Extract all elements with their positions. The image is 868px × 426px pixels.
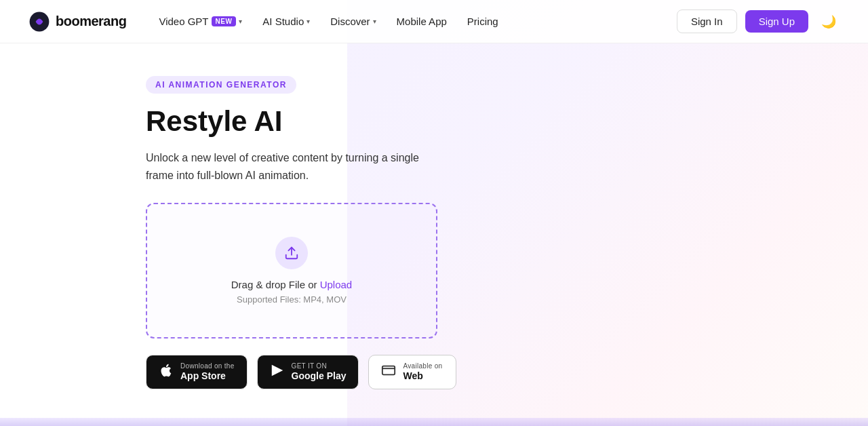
hero-title: Restyle AI [146,106,868,137]
logo-text: boomerang [56,14,126,29]
upload-dropzone[interactable]: Drag & drop File or Upload Supported Fil… [146,203,437,338]
google-play-sub: GET IT ON [292,362,347,370]
nav-item-pricing[interactable]: Pricing [459,12,507,31]
nav-item-ai-studio[interactable]: AI Studio ▾ [254,12,318,31]
signup-button[interactable]: Sign Up [745,10,808,33]
upload-link[interactable]: Upload [320,279,353,290]
signin-button[interactable]: Sign In [677,9,737,33]
app-store-sub: Download on the [180,362,235,370]
web-sub: Available on [403,362,442,370]
chevron-down-icon: ▾ [307,18,310,25]
upload-icon [284,246,299,260]
google-play-texts: GET IT ON Google Play [292,362,347,382]
web-button[interactable]: Available on Web [368,355,456,389]
footer-gradient-line [0,418,868,426]
hero-description: Unlock a new level of creative content b… [146,149,437,184]
tag-label: AI ANIMATION GENERATOR [146,76,296,94]
google-play-name: Google Play [292,370,347,382]
chevron-down-icon: ▾ [373,18,376,25]
app-store-texts: Download on the App Store [180,362,235,382]
app-store-button[interactable]: Download on the App Store [146,355,248,389]
main-content: AI ANIMATION GENERATOR Restyle AI Unlock… [0,43,868,389]
web-icon [381,363,396,382]
nav-item-video-gpt[interactable]: Video GPT NEW ▾ [151,12,250,31]
upload-icon-container [275,237,308,269]
nav-links: Video GPT NEW ▾ AI Studio ▾ Discover ▾ M… [151,12,677,31]
nav-item-mobile-app[interactable]: Mobile App [389,12,455,31]
web-texts: Available on Web [403,362,442,382]
apple-icon [159,363,174,382]
google-play-icon [270,363,285,382]
logo[interactable]: boomerang [27,9,126,34]
theme-toggle-button[interactable]: 🌙 [816,9,841,34]
nav-item-discover[interactable]: Discover ▾ [322,12,384,31]
store-buttons: Download on the App Store GET IT ON Goog… [146,355,868,389]
nav-actions: Sign In Sign Up 🌙 [677,9,841,34]
upload-drag-text: Drag & drop File or Upload [231,279,352,290]
svg-rect-2 [382,366,395,374]
web-name: Web [403,370,442,382]
navbar: boomerang Video GPT NEW ▾ AI Studio ▾ Di… [0,0,868,43]
upload-supported-files: Supported Files: MP4, MOV [237,294,347,305]
google-play-button[interactable]: GET IT ON Google Play [257,355,359,389]
chevron-down-icon: ▾ [239,18,242,25]
new-badge: NEW [212,16,237,26]
app-store-name: App Store [180,370,235,382]
